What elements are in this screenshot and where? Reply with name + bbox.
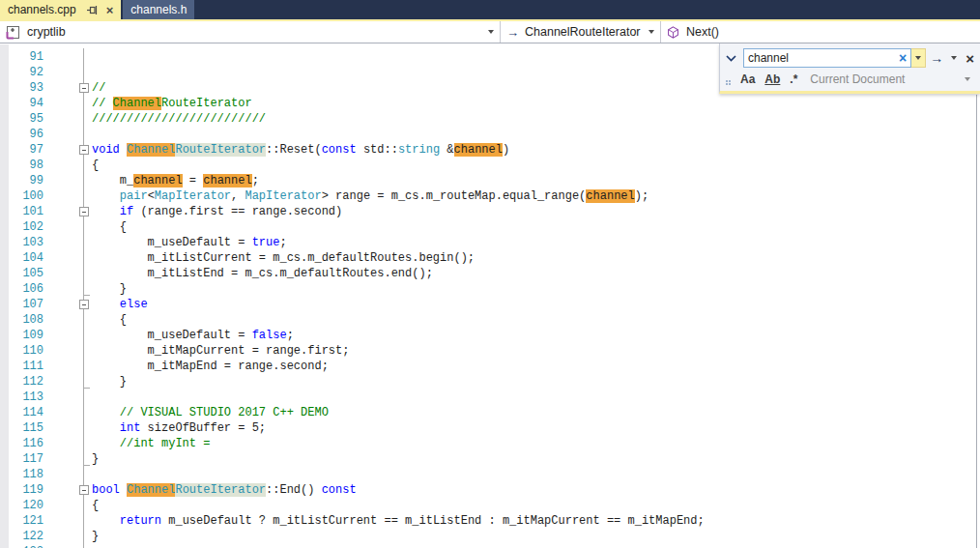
code-line[interactable]: 98{	[0, 158, 980, 173]
code-line[interactable]: 119bool ChannelRouteIterator::End() cons…	[0, 482, 980, 498]
code-text: // VISUAL STUDIO 2017 C++ DEMO	[92, 406, 329, 419]
scrollbar-track[interactable]	[976, 95, 977, 548]
type-dropdown[interactable]: → ChannelRouteIterator	[501, 21, 660, 43]
collapse-toggle-icon[interactable]	[79, 485, 89, 495]
code-line[interactable]: 114 // VISUAL STUDIO 2017 C++ DEMO	[0, 405, 980, 420]
line-number[interactable]: 97	[0, 143, 43, 157]
line-number[interactable]: 104	[0, 251, 43, 265]
search-history-dropdown[interactable]	[911, 48, 926, 68]
code-line[interactable]: 110 m_itMapCurrent = range.first;	[0, 343, 980, 359]
line-number[interactable]: 92	[0, 66, 43, 79]
cpp-project-icon	[6, 25, 20, 40]
fold-margin	[43, 142, 92, 158]
line-number[interactable]: 100	[0, 189, 43, 203]
line-number[interactable]: 114	[0, 406, 43, 419]
code-line[interactable]: 96	[0, 127, 980, 142]
code-line[interactable]: 112 }	[0, 374, 980, 389]
match-case-button[interactable]: Aa	[735, 72, 760, 86]
code-text: //	[92, 81, 105, 95]
collapse-toggle-icon[interactable]	[79, 207, 89, 216]
line-number[interactable]: 103	[0, 236, 43, 249]
line-number[interactable]: 112	[0, 375, 43, 389]
close-find-panel-button[interactable]: ×	[961, 48, 976, 68]
line-number[interactable]: 122	[0, 530, 43, 543]
code-line[interactable]: 106 }	[0, 281, 980, 297]
member-dropdown[interactable]: Next()	[661, 21, 725, 43]
type-name: ChannelRouteIterator	[525, 25, 641, 39]
line-number[interactable]: 96	[0, 128, 43, 141]
resize-grip[interactable]	[726, 72, 735, 86]
code-line[interactable]: 121 return m_useDefault ? m_itListCurren…	[0, 513, 980, 529]
fold-margin	[43, 266, 92, 281]
line-number[interactable]: 111	[0, 360, 43, 373]
code-line[interactable]: 117}	[0, 451, 980, 467]
code-line[interactable]: 107 else	[0, 297, 980, 312]
line-number[interactable]: 102	[0, 220, 43, 234]
tab-channels-h[interactable]: channels.h	[123, 0, 194, 19]
code-line[interactable]: 103 m_useDefault = true;	[0, 235, 980, 250]
clear-search-icon[interactable]: ×	[899, 51, 907, 65]
code-text: //int myInt =	[92, 437, 210, 450]
match-whole-word-button[interactable]: Ab	[760, 72, 785, 86]
collapse-toggle-icon[interactable]	[79, 300, 89, 309]
code-line[interactable]: 95/////////////////////////	[0, 111, 980, 127]
line-number[interactable]: 95	[0, 112, 43, 126]
code-text: if (range.first == range.second)	[92, 205, 342, 218]
pin-icon[interactable]	[86, 5, 99, 15]
collapse-toggle-icon[interactable]	[79, 83, 89, 93]
code-line[interactable]: 115 int sizeOfBuffer = 5;	[0, 420, 980, 436]
line-number[interactable]: 91	[0, 50, 43, 64]
use-regex-button[interactable]: .*	[785, 72, 802, 86]
code-line[interactable]: 100 pair<MapIterator, MapIterator> range…	[0, 188, 980, 204]
code-line[interactable]: 99 m_channel = channel;	[0, 173, 980, 188]
code-line[interactable]: 108 {	[0, 312, 980, 328]
tab-channels-cpp[interactable]: channels.cpp ×	[0, 0, 121, 19]
line-number[interactable]: 120	[0, 499, 43, 512]
code-editor[interactable]: 90#endif919293//94// ChannelRouteIterato…	[0, 44, 980, 548]
find-next-button[interactable]: →	[926, 48, 947, 68]
line-number[interactable]: 101	[0, 205, 43, 218]
line-number[interactable]: 99	[0, 174, 43, 187]
line-number[interactable]: 109	[0, 329, 43, 342]
scope-dropdown-icon[interactable]	[965, 77, 970, 81]
fold-margin	[43, 173, 92, 188]
code-text: {	[92, 313, 127, 327]
fold-margin	[43, 374, 92, 389]
code-line[interactable]: 94// ChannelRouteIterator	[0, 96, 980, 111]
code-line[interactable]: 120{	[0, 498, 980, 513]
code-line[interactable]: 101 if (range.first == range.second)	[0, 204, 980, 219]
collapse-toggle-icon[interactable]	[79, 145, 89, 155]
line-number[interactable]: 118	[0, 468, 43, 481]
line-number[interactable]: 98	[0, 159, 43, 172]
line-number[interactable]: 113	[0, 390, 43, 404]
expand-replace-chevron-icon[interactable]	[726, 55, 739, 62]
code-line[interactable]: 102 {	[0, 219, 980, 235]
close-icon[interactable]: ×	[106, 4, 114, 16]
code-line[interactable]: 116 //int myInt =	[0, 436, 980, 451]
code-line[interactable]: 109 m_useDefault = false;	[0, 328, 980, 343]
code-line[interactable]: 105 m_itListEnd = m_cs.m_defaultRoutes.e…	[0, 266, 980, 281]
search-input[interactable]: channel ×	[743, 48, 911, 68]
code-line[interactable]: 123	[0, 544, 980, 548]
code-line[interactable]: 113	[0, 389, 980, 405]
code-line[interactable]: 118	[0, 467, 980, 482]
code-line[interactable]: 97void ChannelRouteIterator::Reset(const…	[0, 142, 980, 158]
line-number[interactable]: 121	[0, 514, 43, 528]
line-number[interactable]: 93	[0, 81, 43, 95]
find-options-dropdown[interactable]	[947, 48, 961, 68]
line-number[interactable]: 107	[0, 298, 43, 311]
line-number[interactable]: 90	[0, 44, 43, 48]
line-number[interactable]: 106	[0, 282, 43, 296]
line-number[interactable]: 115	[0, 421, 43, 435]
line-number[interactable]: 116	[0, 437, 43, 450]
line-number[interactable]: 105	[0, 267, 43, 280]
line-number[interactable]: 110	[0, 344, 43, 358]
line-number[interactable]: 108	[0, 313, 43, 327]
code-line[interactable]: 111 m_itMapEnd = range.second;	[0, 359, 980, 374]
line-number[interactable]: 119	[0, 483, 43, 497]
project-dropdown[interactable]: cryptlib	[0, 21, 500, 43]
line-number[interactable]: 117	[0, 452, 43, 466]
line-number[interactable]: 94	[0, 97, 43, 110]
code-line[interactable]: 122}	[0, 529, 980, 544]
code-line[interactable]: 104 m_itListCurrent = m_cs.m_defaultRout…	[0, 250, 980, 266]
